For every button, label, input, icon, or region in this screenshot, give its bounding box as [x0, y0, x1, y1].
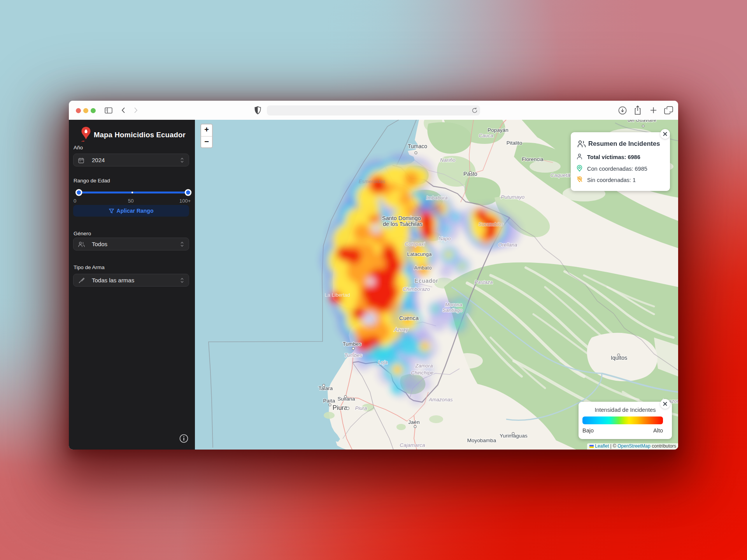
svg-text:Loja: Loja [378, 359, 388, 365]
svg-text:La Libertad: La Libertad [324, 292, 350, 298]
svg-text:del Guaviare: del Guaviare [628, 120, 656, 123]
svg-text:Ecuador: Ecuador [414, 278, 438, 284]
svg-text:Amazonas: Amazonas [428, 397, 453, 402]
svg-text:Orellana: Orellana [498, 242, 517, 248]
svg-text:Cauca: Cauca [479, 133, 493, 138]
svg-text:Cajamarca: Cajamarca [400, 442, 425, 448]
svg-text:Tumbes: Tumbes [344, 352, 362, 358]
svg-text:Pitalito: Pitalito [507, 140, 523, 146]
svg-text:Morona: Morona [445, 302, 462, 308]
svg-text:Cotopaxi: Cotopaxi [405, 241, 425, 247]
svg-text:Santiago: Santiago [442, 307, 462, 313]
svg-text:Talara: Talara [319, 385, 333, 391]
svg-text:Ambato: Ambato [414, 265, 432, 271]
svg-text:Latacunga: Latacunga [407, 251, 432, 257]
svg-text:Sucumbíos: Sucumbíos [478, 221, 504, 227]
svg-text:Jaén: Jaén [408, 419, 419, 425]
svg-text:Chimborazo: Chimborazo [403, 286, 430, 292]
svg-text:Piura: Piura [333, 404, 348, 411]
svg-text:Caquetá: Caquetá [550, 172, 570, 178]
svg-text:Florencia: Florencia [522, 156, 544, 162]
svg-text:Moyobamba: Moyobamba [467, 438, 496, 443]
svg-text:Tumaco: Tumaco [408, 143, 427, 149]
svg-text:Esmeraldas: Esmeraldas [359, 178, 386, 184]
svg-text:Chinchipe: Chinchipe [411, 370, 433, 376]
svg-text:Santo Domingo: Santo Domingo [382, 215, 421, 221]
svg-text:Piura: Piura [355, 405, 367, 411]
svg-text:Zamora: Zamora [415, 363, 433, 369]
svg-text:de los Tsáchilas: de los Tsáchilas [383, 221, 423, 227]
svg-text:Napo: Napo [438, 236, 451, 242]
svg-text:Pastaza: Pastaza [475, 279, 493, 285]
svg-text:Nariño: Nariño [440, 157, 456, 163]
svg-text:Imbabura: Imbabura [426, 195, 448, 201]
svg-text:Paita: Paita [323, 398, 335, 404]
svg-text:Tumbes: Tumbes [343, 341, 362, 347]
svg-text:Putumayo: Putumayo [501, 194, 525, 200]
svg-text:Popayán: Popayán [487, 127, 508, 133]
svg-text:Azuay: Azuay [394, 327, 409, 332]
svg-text:Cuenca: Cuenca [399, 315, 419, 321]
